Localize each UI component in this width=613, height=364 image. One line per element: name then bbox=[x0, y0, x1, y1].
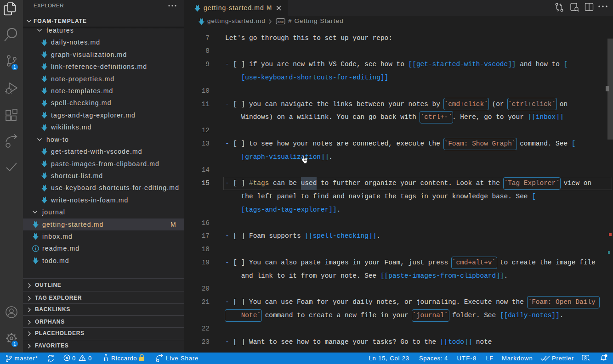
svg-text:abc: abc bbox=[278, 20, 284, 24]
